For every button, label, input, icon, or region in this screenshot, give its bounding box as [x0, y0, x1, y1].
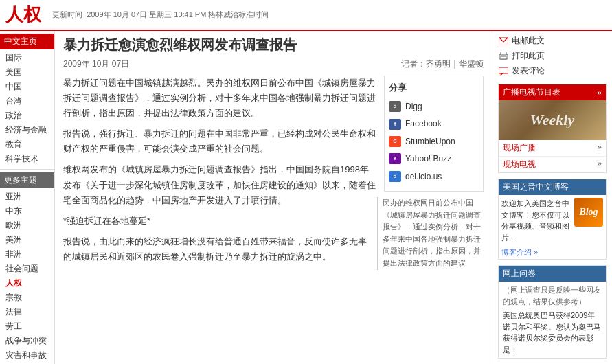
article-body: 分享 d Digg f Facebook S StumbleUpon Y Yah…	[63, 76, 484, 275]
sidebar-item-zongjiao[interactable]: 宗教	[0, 291, 54, 305]
sidebar-item-laogong[interactable]: 劳工	[0, 319, 54, 334]
broadcast-section: 广播电视节目表 » Weekly 现场广播 » 现场电视 »	[498, 84, 607, 173]
sidebar-item-jiaoyu[interactable]: 教育	[0, 137, 54, 152]
poll-content: （网上调查只是反映一些网友的观点，结果仅供参考） 美国总统奥巴马获得2009年诺…	[499, 282, 606, 358]
article-meta: 2009年 10月 07日 记者：齐勇明｜华盛顿	[63, 58, 484, 70]
sidebar-item-meizhou[interactable]: 美洲	[0, 233, 54, 247]
sidebar-main-title: 中文主页	[0, 34, 54, 49]
sidebar-item-renquan[interactable]: 人权	[0, 276, 54, 291]
stumble-icon: S	[389, 136, 401, 147]
sidebar-item-taiwan[interactable]: 台湾	[0, 94, 54, 109]
sidebar-item-zaihai[interactable]: 灾害和事故	[0, 348, 54, 363]
main-layout: 中文主页 国际 美国 中国 台湾 政治 经济与金融 教育 科学技术 更多主题 亚…	[0, 31, 612, 364]
blog-text-area: 欢迎加入美国之音中文博客！您不仅可以分享视频、音频和图片...	[501, 198, 571, 243]
sidebar-item-zhongguo[interactable]: 中国	[0, 80, 54, 94]
sidebar-item-jingji[interactable]: 经济与金融	[0, 123, 54, 137]
right-actions: 电邮此文 打印此页 发表评论	[498, 35, 607, 77]
sidebar-item-falv[interactable]: 法律	[0, 305, 54, 319]
email-action[interactable]: 电邮此文	[498, 35, 607, 47]
svg-rect-2	[501, 52, 506, 55]
poll-question: 美国总统奥巴马获得2009年诺贝尔和平奖。您认为奥巴马获得诺贝尔奖委员会的表彰是…	[503, 310, 602, 355]
left-sidebar: 中文主页 国际 美国 中国 台湾 政治 经济与金融 教育 科学技术 更多主题 亚…	[0, 31, 55, 364]
share-yahoo[interactable]: Y Yahoo! Buzz	[389, 152, 479, 166]
facebook-icon: f	[389, 119, 401, 130]
print-action[interactable]: 打印此页	[498, 50, 607, 62]
share-stumbleupon[interactable]: S StumbleUpon	[389, 135, 479, 148]
header-meta: 更新时间 2009年 10月 07日 星期三 10:41 PM 格林威治标准时间	[52, 10, 269, 20]
header: 人权 更新时间 2009年 10月 07日 星期三 10:41 PM 格林威治标…	[0, 0, 612, 31]
sidebar-item-yazhou[interactable]: 亚洲	[0, 190, 54, 204]
blog-logo-text: Blog	[579, 207, 598, 218]
tv-arrow: »	[597, 159, 602, 170]
print-icon	[498, 52, 509, 61]
digg-icon: d	[389, 101, 401, 112]
sidebar-item-meiguo[interactable]: 美国	[0, 65, 54, 80]
blog-link[interactable]: 博客介绍 »	[499, 246, 606, 259]
blog-header: 美国之音中文博客	[499, 179, 606, 195]
sidebar-item-ouzhou[interactable]: 欧洲	[0, 218, 54, 233]
share-digg[interactable]: d Digg	[389, 100, 479, 113]
right-sidebar: 电邮此文 打印此页 发表评论 广播电视节目表 » W	[492, 31, 612, 364]
blog-section: 美国之音中文博客 欢迎加入美国之音中文博客！您不仅可以分享视频、音频和图片...…	[498, 179, 607, 260]
article-date: 2009年 10月 07日	[63, 58, 129, 70]
comment-icon	[498, 67, 509, 76]
article-reporter: 记者：齐勇明｜华盛顿	[401, 58, 484, 70]
sidebar-item-feizhou[interactable]: 非洲	[0, 247, 54, 262]
blog-content: 欢迎加入美国之音中文博客！您不仅可以分享视频、音频和图片... Blog	[499, 195, 606, 246]
share-title: 分享	[389, 80, 479, 95]
svg-rect-4	[499, 67, 508, 73]
envelope-icon	[498, 36, 509, 46]
sidebar-item-zhanzheng[interactable]: 战争与冲突	[0, 334, 54, 348]
delicious-icon: d	[389, 171, 401, 182]
blog-image: Blog	[574, 198, 603, 227]
comment-action[interactable]: 发表评论	[498, 65, 607, 77]
share-delicious[interactable]: d del.icio.us	[389, 170, 479, 183]
broadcast-image: Weekly	[499, 100, 606, 140]
sidebar-item-zhengzhi[interactable]: 政治	[0, 109, 54, 123]
poll-note: （网上调查只是反映一些网友的观点，结果仅供参考）	[503, 284, 602, 307]
poll-section: 网上问卷 （网上调查只是反映一些网友的观点，结果仅供参考） 美国总统奥巴马获得2…	[498, 265, 607, 359]
share-facebook[interactable]: f Facebook	[389, 117, 479, 130]
section-title: 人权	[5, 3, 41, 27]
share-box: 分享 d Digg f Facebook S StumbleUpon Y Yah…	[384, 76, 484, 192]
article-title: 暴力拆迁愈演愈烈维权网发布调查报告	[63, 35, 484, 54]
broadcast-header: 广播电视节目表 »	[499, 84, 606, 100]
poll-header: 网上问卷	[499, 266, 606, 282]
radio-arrow: »	[597, 142, 602, 154]
broadcast-live-radio[interactable]: 现场广播 »	[499, 140, 606, 157]
broadcast-arrow: »	[597, 88, 602, 98]
svg-rect-3	[501, 56, 506, 59]
main-content: 暴力拆迁愈演愈烈维权网发布调查报告 2009年 10月 07日 记者：齐勇明｜华…	[55, 31, 492, 364]
sidebar-item-keji[interactable]: 科学技术	[0, 152, 54, 166]
broadcast-live-tv[interactable]: 现场电视 »	[499, 157, 606, 172]
sidebar-item-guoji[interactable]: 国际	[0, 51, 54, 65]
yahoo-icon: Y	[389, 153, 401, 164]
sidebar-item-zhongdong[interactable]: 中东	[0, 204, 54, 218]
weekly-text: Weekly	[530, 111, 574, 129]
sidebar-item-shehui[interactable]: 社会问题	[0, 262, 54, 276]
float-article-text: 民办的维权网日前公布中国《城镇房屋暴力拆迁问题调查报告》，通过实例分析，对十多年…	[377, 197, 484, 270]
sidebar-theme-title: 更多主题	[0, 172, 54, 188]
